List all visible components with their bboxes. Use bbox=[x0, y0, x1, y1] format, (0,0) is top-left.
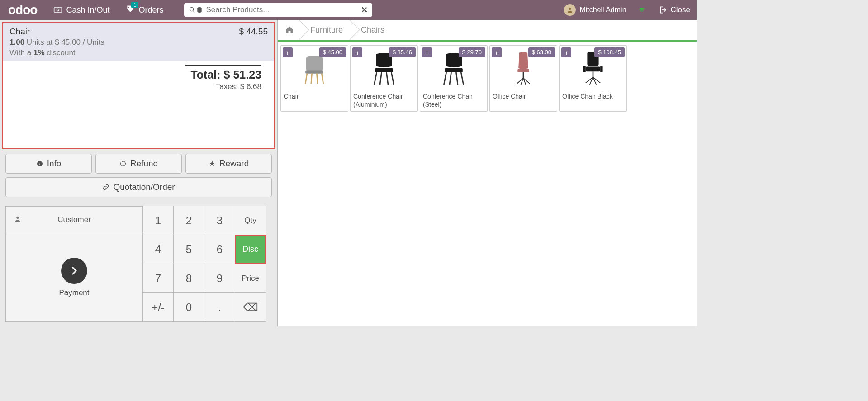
key-sign[interactable]: +/- bbox=[142, 292, 174, 322]
close-button[interactable]: Close bbox=[653, 0, 697, 20]
key-0[interactable]: 0 bbox=[173, 292, 204, 322]
wifi-icon bbox=[631, 5, 653, 16]
order-line[interactable]: Chair $ 44.55 1.00 Units at $ 45.00 / Un… bbox=[3, 23, 274, 61]
key-9[interactable]: 9 bbox=[204, 264, 235, 293]
logout-icon bbox=[659, 5, 668, 14]
svg-line-14 bbox=[311, 74, 312, 84]
product-price: $ 108.45 bbox=[594, 47, 625, 57]
close-label: Close bbox=[671, 5, 690, 14]
quotation-button[interactable]: Quotation/Order bbox=[5, 177, 272, 197]
svg-line-19 bbox=[380, 72, 382, 85]
search-icon bbox=[189, 6, 196, 14]
key-5[interactable]: 5 bbox=[173, 235, 204, 264]
product-card[interactable]: i $ 108.45 Office Chair Black bbox=[559, 45, 627, 112]
database-icon bbox=[196, 6, 203, 14]
payment-button[interactable]: Payment bbox=[5, 233, 143, 322]
taxes-value: $ 6.68 bbox=[240, 82, 261, 91]
total-area: Total: $ 51.23 Taxes: $ 6.68 bbox=[3, 61, 274, 95]
svg-rect-21 bbox=[445, 68, 463, 72]
product-price: $ 63.00 bbox=[528, 47, 555, 57]
key-7[interactable]: 7 bbox=[142, 264, 174, 293]
svg-rect-33 bbox=[586, 66, 600, 71]
svg-line-18 bbox=[391, 72, 394, 85]
key-price[interactable]: Price bbox=[235, 264, 266, 293]
key-3[interactable]: 3 bbox=[204, 206, 235, 235]
star-icon bbox=[209, 160, 216, 167]
orderline-name: Chair bbox=[9, 27, 30, 37]
refund-button[interactable]: Refund bbox=[95, 154, 182, 174]
svg-rect-35 bbox=[600, 66, 602, 72]
product-name: Office Chair Black bbox=[560, 91, 626, 104]
total-label: Total: bbox=[190, 68, 220, 81]
key-dot[interactable]: . bbox=[204, 292, 235, 322]
taxes-label: Taxes: bbox=[216, 82, 238, 91]
key-4[interactable]: 4 bbox=[142, 235, 174, 264]
product-info-icon[interactable]: i bbox=[422, 47, 432, 57]
svg-line-24 bbox=[450, 72, 451, 85]
svg-line-15 bbox=[317, 74, 318, 84]
product-name: Conference Chair (Steel) bbox=[420, 91, 487, 111]
app-header: odoo Cash In/Out 1 Orders ✕ Mitchell Adm… bbox=[0, 0, 697, 20]
orderline-details: 1.00 Units at $ 45.00 / Units bbox=[9, 38, 268, 47]
key-qty[interactable]: Qty bbox=[235, 206, 266, 235]
svg-rect-16 bbox=[375, 68, 393, 72]
reward-button[interactable]: Reward bbox=[185, 154, 272, 174]
svg-line-4 bbox=[193, 11, 194, 12]
product-info-icon[interactable]: i bbox=[492, 47, 502, 57]
svg-rect-10 bbox=[306, 56, 323, 71]
key-2[interactable]: 2 bbox=[173, 206, 204, 235]
product-card[interactable]: i $ 63.00 Office Chair bbox=[489, 45, 557, 112]
product-card[interactable]: i $ 45.00 Chair bbox=[280, 45, 348, 112]
svg-line-20 bbox=[386, 72, 388, 85]
controls: i Info Refund Reward Quotation/Order bbox=[0, 151, 277, 203]
svg-line-17 bbox=[374, 72, 376, 85]
search-input[interactable] bbox=[203, 5, 361, 14]
cash-label: Cash In/Out bbox=[66, 5, 109, 15]
svg-rect-26 bbox=[517, 69, 529, 72]
svg-point-1 bbox=[57, 9, 59, 11]
svg-line-12 bbox=[305, 74, 307, 84]
product-name: Conference Chair (Aluminium) bbox=[351, 91, 417, 111]
cash-in-out-button[interactable]: Cash In/Out bbox=[45, 0, 118, 20]
orders-icon-wrap: 1 bbox=[126, 5, 135, 16]
total-value: $ 51.23 bbox=[224, 68, 261, 81]
product-name: Chair bbox=[281, 91, 348, 104]
product-info-icon[interactable]: i bbox=[283, 47, 293, 57]
svg-line-22 bbox=[444, 72, 446, 85]
key-6[interactable]: 6 bbox=[204, 235, 235, 264]
left-panel: Chair $ 44.55 1.00 Units at $ 45.00 / Un… bbox=[0, 20, 278, 326]
key-disc[interactable]: Disc bbox=[235, 235, 266, 264]
avatar bbox=[564, 4, 576, 16]
link-icon bbox=[102, 184, 109, 191]
info-button[interactable]: i Info bbox=[5, 154, 92, 174]
user-menu[interactable]: Mitchell Admin bbox=[560, 0, 631, 20]
svg-line-25 bbox=[456, 72, 458, 85]
person-icon bbox=[566, 6, 574, 14]
search-box[interactable]: ✕ bbox=[184, 3, 372, 17]
right-panel: Furniture Chairs i $ 45.00 Chair i $ 35.… bbox=[278, 20, 697, 326]
home-icon bbox=[285, 25, 294, 34]
breadcrumb-home[interactable] bbox=[278, 20, 301, 40]
breadcrumb: Furniture Chairs bbox=[278, 20, 697, 42]
key-backspace[interactable]: ⌫ bbox=[235, 292, 266, 322]
numeric-keypad: 1 2 3 Qty 4 5 6 Disc 7 8 9 Price +/- 0 .… bbox=[143, 206, 266, 322]
svg-point-3 bbox=[190, 8, 194, 11]
search-wrap: ✕ bbox=[184, 3, 372, 17]
product-info-icon[interactable]: i bbox=[561, 47, 571, 57]
key-1[interactable]: 1 bbox=[142, 206, 174, 235]
key-8[interactable]: 8 bbox=[173, 264, 204, 293]
svg-point-9 bbox=[16, 216, 19, 218]
clear-search-icon[interactable]: ✕ bbox=[361, 5, 368, 15]
orderline-price: $ 44.55 bbox=[239, 27, 268, 37]
customer-button[interactable]: Customer bbox=[5, 206, 143, 233]
svg-rect-11 bbox=[305, 71, 323, 74]
product-info-icon[interactable]: i bbox=[352, 47, 362, 57]
product-name: Office Chair bbox=[490, 91, 557, 104]
orders-button[interactable]: 1 Orders bbox=[118, 0, 171, 20]
customer-icon bbox=[14, 215, 21, 225]
product-card[interactable]: i $ 29.70 Conference Chair (Steel) bbox=[420, 45, 488, 112]
svg-point-2 bbox=[128, 7, 130, 8]
refund-icon bbox=[119, 160, 127, 167]
svg-line-23 bbox=[461, 72, 463, 85]
product-card[interactable]: i $ 35.46 Conference Chair (Aluminium) bbox=[350, 45, 418, 112]
